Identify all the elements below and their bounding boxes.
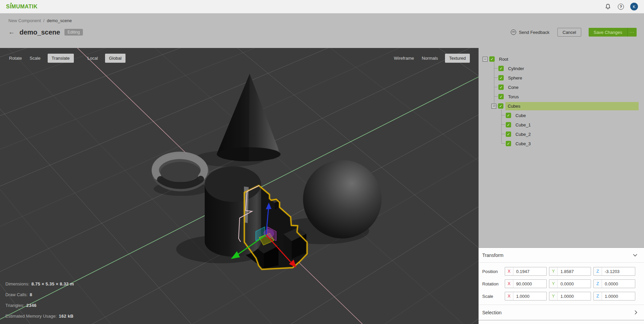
normals-shading-button[interactable]: Normals [421, 54, 439, 63]
gizmo-center[interactable] [263, 229, 274, 238]
y-axis-label: Y [549, 280, 558, 288]
rotation-x-input[interactable] [513, 281, 546, 286]
position-x-input[interactable] [513, 269, 546, 274]
global-space-button[interactable]: Global [105, 54, 126, 63]
sphere-mesh[interactable] [303, 160, 382, 238]
transform-panel-header[interactable]: Transform [479, 248, 644, 263]
position-label: Position [482, 269, 505, 274]
selection-panel-header[interactable]: Selection [479, 305, 644, 320]
side-panel: − ✓ Root ✓ Cylinder ✓ Sphere ✓ Cone ✓ To… [479, 48, 644, 324]
visibility-checkbox[interactable]: ✓ [498, 66, 504, 71]
position-y-input[interactable] [558, 269, 590, 274]
textured-shading-button[interactable]: Textured [445, 54, 470, 63]
tree-connector-stub [494, 96, 498, 97]
transform-panel: Transform Position X Y Z Rotation X Y Z [479, 248, 644, 324]
position-x-field: X [505, 267, 547, 276]
user-avatar[interactable]: K [630, 3, 638, 10]
feedback-bubble-icon: ••• [511, 30, 516, 35]
scale-label: Scale [482, 294, 505, 299]
visibility-checkbox[interactable]: ✓ [506, 131, 511, 137]
viewport-3d[interactable]: Rotate Scale Translate Local Global Wire… [0, 48, 479, 324]
tree-item-label: Cube_1 [513, 121, 639, 129]
scale-mode-button[interactable]: Scale [29, 54, 41, 63]
tree-item-cylinder[interactable]: ✓ Cylinder [479, 64, 644, 73]
tree-item-cube[interactable]: ✓ Cube [479, 111, 644, 120]
scale-z-input[interactable] [602, 294, 634, 299]
stat-dimensions: Dimensions:8.75 × 5.35 × 8.32 m [5, 281, 74, 286]
tree-item-root[interactable]: − ✓ Root [479, 54, 644, 64]
transform-mode-toolbar: Rotate Scale Translate Local Global [8, 54, 126, 63]
back-button[interactable]: ← [8, 29, 15, 36]
viewport-stats: Dimensions:8.75 × 5.35 × 8.32 m Draw Cal… [5, 281, 74, 319]
torus-mesh[interactable] [155, 155, 205, 187]
tree-item-label: Cone [506, 83, 639, 92]
visibility-checkbox[interactable]: ✓ [498, 103, 503, 109]
tree-connector-stub [494, 106, 498, 106]
rotation-y-input[interactable] [558, 281, 590, 286]
tree-connector-stub [501, 134, 505, 134]
page-header: New Component / demo_scene ← demo_scene … [0, 13, 644, 48]
scale-x-input[interactable] [513, 294, 546, 299]
visibility-checkbox[interactable]: ✓ [506, 113, 511, 118]
tree-item-cubes[interactable]: − ✓ Cubes [479, 101, 644, 111]
tree-connector-stub [494, 77, 498, 78]
cancel-button[interactable]: Cancel [557, 28, 581, 37]
notifications-bell-icon[interactable] [604, 3, 611, 10]
tree-connector-stub [501, 124, 505, 125]
tree-connector-stub [501, 115, 505, 115]
tree-item-cube-3[interactable]: ✓ Cube_3 [479, 139, 644, 148]
tree-connector-stub [494, 68, 498, 68]
breadcrumb-parent[interactable]: New Component [8, 18, 41, 23]
cone-mesh[interactable] [217, 74, 281, 161]
collapse-toggle[interactable]: − [483, 57, 488, 62]
save-changes-button[interactable]: Save Changes [589, 28, 627, 37]
local-space-button[interactable]: Local [87, 54, 99, 63]
position-y-field: Y [549, 267, 591, 276]
rotate-mode-button[interactable]: Rotate [8, 54, 22, 63]
tree-item-label: Sphere [506, 74, 639, 82]
scene-tree: − ✓ Root ✓ Cylinder ✓ Sphere ✓ Cone ✓ To… [479, 48, 644, 148]
simumatik-logo: SIMUMATIK [6, 4, 38, 10]
more-options-button[interactable]: ··· [627, 28, 637, 37]
position-row: Position X Y Z [479, 267, 644, 276]
editing-status-badge: Editing [64, 29, 83, 36]
send-feedback-button[interactable]: ••• Send Feedback [511, 30, 549, 35]
scale-y-field: Y [549, 292, 591, 301]
visibility-checkbox[interactable]: ✓ [498, 85, 504, 90]
visibility-checkbox[interactable]: ✓ [506, 141, 511, 146]
z-axis-label: Z [594, 267, 602, 275]
rotation-x-field: X [505, 279, 547, 288]
position-z-field: Z [593, 267, 635, 276]
scale-row: Scale X Y Z [479, 292, 644, 301]
chevron-right-icon [635, 310, 637, 315]
tree-item-label: Root [497, 55, 639, 63]
tree-connector-stub [501, 143, 505, 144]
position-z-input[interactable] [602, 269, 634, 274]
tree-item-label: Cube_3 [513, 140, 639, 148]
tree-item-sphere[interactable]: ✓ Sphere [479, 73, 644, 83]
tree-item-cone[interactable]: ✓ Cone [479, 83, 644, 92]
z-axis-label: Z [594, 280, 602, 288]
tree-item-cube-1[interactable]: ✓ Cube_1 [479, 120, 644, 129]
tree-connector-stub [494, 87, 498, 87]
help-icon[interactable]: ? [617, 3, 625, 10]
top-navbar: SIMUMATIK ? K [0, 0, 644, 13]
wireframe-shading-button[interactable]: Wireframe [393, 54, 415, 63]
tree-connector-line [501, 109, 502, 143]
visibility-checkbox[interactable]: ✓ [498, 75, 504, 80]
translate-mode-button[interactable]: Translate [48, 54, 74, 63]
stat-memory-usage: Estimated Memory Usage:162 kB [5, 314, 74, 319]
visibility-checkbox[interactable]: ✓ [506, 122, 511, 127]
visibility-checkbox[interactable]: ✓ [498, 94, 504, 99]
breadcrumb-current: demo_scene [47, 18, 71, 23]
cylinder-mesh[interactable] [205, 166, 261, 257]
shading-mode-toolbar: Wireframe Normals Textured [393, 54, 470, 63]
transform-panel-title: Transform [482, 253, 503, 258]
x-axis-label: X [505, 292, 513, 300]
scale-y-input[interactable] [558, 294, 590, 299]
tree-item-torus[interactable]: ✓ Torus [479, 92, 644, 101]
visibility-checkbox[interactable]: ✓ [489, 56, 495, 62]
tree-item-cube-2[interactable]: ✓ Cube_2 [479, 129, 644, 139]
x-axis-label: X [505, 280, 513, 288]
rotation-z-input[interactable] [602, 281, 634, 286]
